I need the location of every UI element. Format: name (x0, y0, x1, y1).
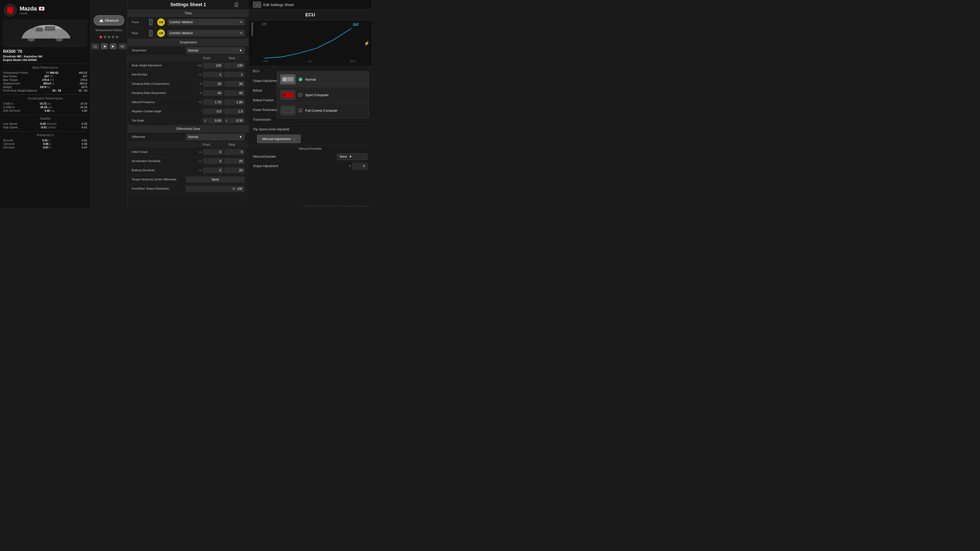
fr-header-2: Front Rear (127, 142, 249, 148)
damping-comp-front[interactable]: 35 (203, 81, 223, 87)
output-adj2-value[interactable]: 0 (352, 163, 368, 169)
suspension-row: Suspension Normal ▼ (127, 46, 249, 56)
toe-values: ⇅ 0.00 ⇅ 0.30 (203, 118, 245, 124)
neg-camber-values: 0.5 1.5 (203, 108, 245, 114)
nat-freq-label: Natural Frequency (132, 100, 194, 104)
tires-section-header: Tires (127, 10, 249, 17)
suspension-dropdown[interactable]: Normal ▼ (186, 47, 245, 54)
rear-tire-row: Rear CM Comfort: Medium ▼ (127, 28, 249, 39)
brand-name: Mazda 🇯🇵 (20, 5, 45, 12)
svg-rect-17 (288, 79, 293, 81)
damping-comp-rear[interactable]: 35 (224, 81, 245, 87)
init-torque-unit: Lv. (194, 151, 202, 153)
body-height-rear[interactable]: 130 (224, 62, 245, 68)
diff-value: Normal (188, 135, 198, 139)
measure-button[interactable]: Measure (94, 15, 124, 25)
neg-camber-front[interactable]: 0.5 (203, 108, 223, 114)
svg-rect-16 (288, 78, 293, 79)
settings-menu-button[interactable]: ☰ (234, 2, 239, 8)
damping-exp-label: Damping Ratio (Expansion) (132, 91, 194, 95)
accel-sens-rear[interactable]: 20 (224, 158, 245, 164)
svg-text:rpm: rpm (308, 60, 312, 62)
init-torque-rear[interactable]: 5 (224, 149, 245, 155)
neg-camber-rear[interactable]: 1.5 (224, 108, 245, 114)
r1-button[interactable]: R1 (118, 44, 127, 49)
max-power-row: Max Power 247 HP 247 (3, 75, 87, 78)
rear-col-label: Rear (219, 56, 245, 60)
svg-rect-24 (283, 111, 293, 112)
front-rear-dist-label: Front/Rear Torque Distribution (132, 187, 186, 190)
ecu-full-img (280, 105, 296, 116)
measure-panel: Measure Measurement History L1 ◀ ▶ R1 (91, 0, 127, 208)
brand-logo-text: mazda (20, 12, 45, 15)
next-button[interactable]: ▶ (110, 43, 116, 49)
dot-4 (112, 36, 115, 38)
front-tire-icon (147, 18, 155, 26)
accel-400-row: 0-400 m 14.72 sec. 14.72 (3, 102, 87, 105)
ecu-option-full[interactable]: Full Control Computer (277, 103, 369, 118)
prev-button[interactable]: ◀ (101, 43, 108, 49)
init-torque-front[interactable]: 0 (203, 149, 223, 155)
front-rear-dist-value[interactable]: 0 : 100 (186, 186, 245, 192)
damping-comp-label: Damping Ratio (Compression) (132, 82, 194, 86)
anti-roll-row: Anti-Roll Bar Lv. 1 1 (127, 70, 249, 79)
accel-1000-row: 0-1000 m 25.55 sec. 25.55 (3, 105, 87, 109)
rear-tire-value: Comfort: Medium (169, 32, 193, 35)
nat-freq-rear[interactable]: 1.90 (224, 99, 245, 105)
anti-roll-label: Anti-Roll Bar (132, 73, 194, 76)
anti-roll-rear[interactable]: 1 (224, 72, 245, 78)
ecu-full-radio (299, 109, 302, 112)
diff-dropdown[interactable]: Normal ▼ (186, 134, 245, 140)
body-height-front[interactable]: 130 (203, 62, 223, 68)
accel-sens-front[interactable]: 0 (203, 158, 223, 164)
ecu-sport-label: Sport Computer (305, 93, 366, 97)
dot-1 (100, 36, 102, 38)
accel-sens-values: 0 20 (203, 158, 245, 164)
torque-vec-value[interactable]: None (186, 176, 245, 183)
measure-history-title: Measurement History (96, 29, 123, 32)
manual-adjust-more-icon: ··· (293, 137, 296, 141)
manual-adjust-button[interactable]: Manual Adjustment ··· (257, 135, 301, 143)
init-torque-values: 0 5 (203, 149, 245, 155)
toe-front[interactable]: ⇅ 0.00 (203, 118, 223, 124)
rear-cm-badge: CM (157, 29, 165, 37)
rear-tire-select[interactable]: Comfort: Medium ▼ (167, 30, 245, 37)
edit-label: Edit Settings Sheet (263, 3, 294, 7)
torque-vec-label: Torque-Vectoring Center Differential (132, 178, 186, 181)
brake-sens-row: Braking Sensitivity Lv. 0 20 (127, 166, 249, 175)
nitrous-title: Nitrous/Overtake (249, 145, 372, 152)
damping-exp-front[interactable]: 45 (203, 90, 223, 96)
front-cm-badge: CM (157, 18, 165, 26)
ecu-option-normal[interactable]: Normal (277, 72, 369, 87)
pp-row: Performance Points PP466.62 466.62 (3, 71, 87, 75)
anti-roll-front[interactable]: 1 (203, 72, 223, 78)
brake-sens-rear[interactable]: 20 (224, 167, 245, 173)
anti-roll-unit: Lv. (194, 73, 202, 76)
neg-camber-unit: ° (194, 110, 202, 113)
toe-rear[interactable]: ⇅ 0.30 (224, 118, 245, 124)
rear-tire-arrow: ▼ (240, 32, 243, 35)
front-col2-label: Front (194, 143, 219, 146)
damping-exp-rear[interactable]: 45 (224, 90, 245, 96)
ecu-dropdown[interactable]: Normal Sport Computer Full Control Compu… (277, 71, 369, 118)
body-height-values: 130 130 (203, 62, 245, 68)
nitrous-row: Nitrous/Overtake None ▼ (249, 152, 372, 162)
l1-button[interactable]: L1 (91, 44, 99, 49)
damping-exp-row: Damping Ratio (Expansion) % 45 45 (127, 89, 249, 98)
more-options-button[interactable]: ··· (253, 2, 261, 8)
nitrous-dropdown[interactable]: None ▼ (337, 153, 368, 160)
brand-flag: 🇯🇵 (39, 6, 45, 11)
init-torque-label: Initial Torque (132, 150, 194, 154)
svg-rect-6 (45, 26, 55, 31)
torque-vec-row: Torque-Vectoring Center Differential Non… (127, 175, 249, 184)
front-tire-select[interactable]: Comfort: Medium ▼ (167, 19, 245, 25)
damping-comp-unit: % (194, 83, 202, 85)
car-name: RX500 '70 (3, 49, 87, 54)
front-tire-row: Front CM Comfort: Medium ▼ (127, 17, 249, 28)
brake-sens-front[interactable]: 0 (203, 167, 223, 173)
nat-freq-front[interactable]: 1.70 (203, 99, 223, 105)
toe-row: Toe Angle ° ⇅ 0.00 ⇅ 0.30 (127, 116, 249, 125)
ecu-option-sport[interactable]: Sport Computer (277, 87, 369, 103)
front-tire-value: Comfort: Medium (169, 21, 193, 24)
nav-row: L1 ◀ ▶ R1 (91, 43, 127, 49)
